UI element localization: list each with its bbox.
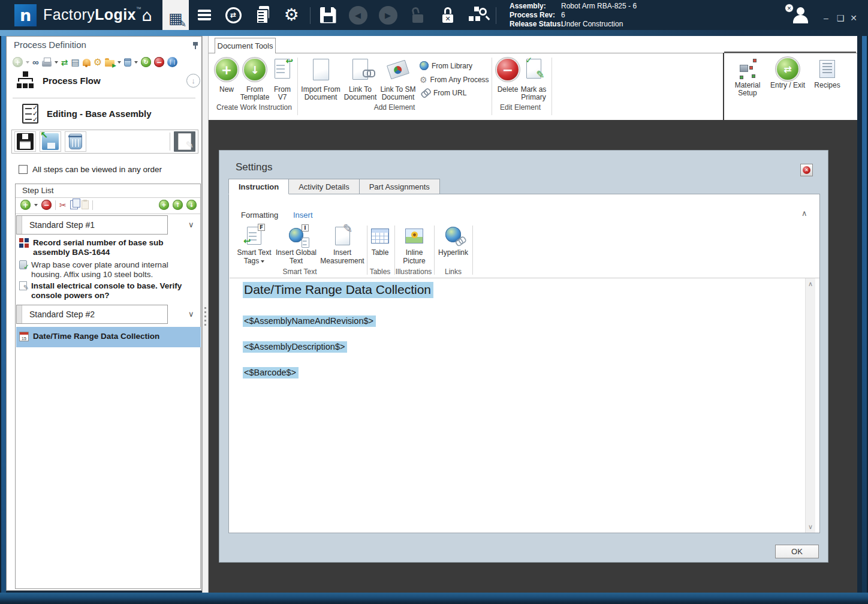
paste-icon[interactable] bbox=[82, 200, 89, 209]
process-rev-row: Process Rev:6 bbox=[510, 11, 565, 19]
import-from-document-button[interactable]: Import From Document bbox=[300, 58, 342, 101]
link-to-sm-document-button[interactable]: Link To SM Document bbox=[379, 58, 417, 101]
copy-icon[interactable] bbox=[70, 200, 78, 209]
step-list-toolbar: + − ✂ + ↑ ↓ bbox=[20, 200, 197, 210]
form-icon bbox=[19, 281, 27, 290]
pause-icon[interactable]: ❘❘ bbox=[167, 57, 177, 67]
maximize-button[interactable]: ❑ bbox=[834, 11, 847, 25]
any-order-checkbox[interactable] bbox=[19, 165, 28, 174]
step-header-grip bbox=[17, 305, 22, 323]
unlock-icon[interactable] bbox=[405, 3, 431, 27]
print-dropdown-icon[interactable] bbox=[55, 61, 58, 64]
tab-instruction[interactable]: Instruction bbox=[228, 179, 289, 194]
edit-toolbar: ↖ bbox=[11, 130, 198, 154]
right-panel-topline bbox=[724, 52, 856, 53]
settings-gear-icon[interactable]: ⚙ bbox=[278, 3, 305, 27]
insert-global-text-label: Insert Global Text bbox=[275, 248, 318, 265]
save-step-button[interactable] bbox=[14, 131, 36, 152]
panel-splitter[interactable] bbox=[202, 36, 209, 593]
mark-as-primary-button[interactable]: ✓✎ Mark as Primary bbox=[517, 58, 550, 101]
presentation-icon[interactable]: ▤ bbox=[71, 57, 79, 68]
print-icon[interactable] bbox=[42, 61, 52, 67]
new-button[interactable]: + New bbox=[213, 58, 240, 94]
activity-row[interactable]: Record serial number of base sub assembl… bbox=[19, 238, 198, 257]
insert-step-icon[interactable]: + bbox=[159, 200, 169, 210]
find-binoculars-icon[interactable]: ∞ bbox=[32, 57, 39, 67]
expand-down-icon[interactable]: ↓ bbox=[186, 74, 200, 88]
from-v7-button[interactable]: ↩ From V7 bbox=[270, 58, 295, 101]
add-icon[interactable]: + bbox=[13, 57, 23, 67]
instruction-editor[interactable]: Date/Time Range Data Collection <$Assemb… bbox=[230, 278, 805, 533]
chevron-down-icon[interactable]: ∨ bbox=[188, 220, 194, 229]
from-any-process-label: From Any Process bbox=[430, 76, 489, 84]
step-header-label: Standard Step #2 bbox=[22, 309, 95, 319]
add-step-icon[interactable]: + bbox=[20, 200, 31, 210]
activity-row-selected[interactable]: Date/Time Range Data Collection bbox=[16, 327, 201, 347]
configure-gear-icon[interactable]: ⚙ bbox=[94, 56, 102, 68]
remove-icon[interactable]: − bbox=[154, 57, 164, 67]
link-to-document-button[interactable]: Link To Document bbox=[342, 58, 379, 101]
run-folder-icon[interactable]: ▶ bbox=[105, 60, 114, 67]
alert-bell-icon[interactable] bbox=[83, 59, 91, 66]
accent-bar bbox=[0, 30, 868, 36]
delete-trash-icon[interactable] bbox=[124, 58, 131, 67]
move-down-icon[interactable]: ↓ bbox=[186, 200, 197, 210]
forward-icon[interactable]: ▶ bbox=[375, 3, 401, 27]
tab-document-tools[interactable]: Document Tools bbox=[215, 38, 276, 53]
ok-button[interactable]: OK bbox=[775, 545, 819, 558]
discard-trash-button[interactable] bbox=[65, 131, 86, 152]
edit-mode-button[interactable] bbox=[174, 131, 195, 152]
lock-cancel-icon[interactable]: ✕ bbox=[435, 3, 461, 27]
recipes-button[interactable]: Recipes bbox=[810, 56, 844, 89]
from-library-button[interactable]: From Library bbox=[420, 61, 472, 70]
step-header-1[interactable]: Standard Step #1 bbox=[16, 215, 168, 235]
back-icon[interactable]: ◀ bbox=[345, 3, 371, 27]
move-up-icon[interactable]: ↑ bbox=[173, 200, 183, 210]
table-button[interactable]: Table bbox=[368, 224, 392, 257]
close-button[interactable]: ✕ bbox=[847, 11, 860, 25]
delete-dropdown-icon[interactable] bbox=[134, 61, 138, 64]
scroll-down-icon[interactable]: ∨ bbox=[806, 523, 815, 531]
production-icon[interactable] bbox=[191, 3, 218, 27]
from-url-button[interactable]: From URL bbox=[420, 89, 466, 97]
distribution-icon[interactable]: ⇄ bbox=[220, 3, 246, 27]
insert-global-text-button[interactable]: I Insert Global Text bbox=[275, 224, 318, 265]
save-icon[interactable] bbox=[315, 3, 341, 27]
editor-scrollbar[interactable]: ∧ ∨ bbox=[805, 278, 815, 533]
ribbon-area: Document Tools + New ↓ From Template ↩ F… bbox=[209, 36, 857, 120]
dialog-close-button[interactable]: ✕ bbox=[800, 164, 813, 176]
add-step-dropdown-icon[interactable] bbox=[34, 204, 38, 206]
tab-part-assignments[interactable]: Part Assignments bbox=[360, 179, 440, 194]
panel-title: Process Definition bbox=[14, 40, 86, 50]
add-dropdown-icon[interactable] bbox=[26, 61, 29, 64]
collapse-ribbon-icon[interactable]: ∧ bbox=[801, 209, 807, 218]
entry-exit-button[interactable]: ⇄ Entry / Exit bbox=[768, 56, 807, 89]
activity-row[interactable]: Install electrical console to base. Veri… bbox=[19, 281, 198, 301]
hyperlink-button[interactable]: Hyperlink bbox=[435, 224, 471, 257]
insert-measurement-button[interactable]: ✎ Insert Measurement bbox=[318, 224, 367, 265]
step-header-2[interactable]: Standard Step #2 bbox=[16, 305, 168, 324]
tab-insert[interactable]: Insert bbox=[293, 211, 313, 220]
inline-picture-button[interactable]: Inline Picture bbox=[397, 224, 432, 265]
scroll-up-icon[interactable]: ∧ bbox=[806, 280, 815, 288]
chevron-down-icon[interactable]: ∨ bbox=[188, 309, 194, 318]
from-any-process-button[interactable]: ⚙ From Any Process bbox=[420, 75, 489, 85]
process-search-icon[interactable] bbox=[465, 3, 491, 27]
cut-icon[interactable]: ✂ bbox=[59, 200, 67, 210]
activity-row[interactable]: Wrap base cover plate around internal ho… bbox=[19, 260, 198, 280]
minimize-button[interactable]: – bbox=[819, 11, 833, 25]
refresh-icon[interactable]: ↻ bbox=[141, 57, 151, 67]
assign-icon[interactable]: ⇄ bbox=[61, 58, 68, 67]
save-import-button[interactable]: ↖ bbox=[40, 131, 61, 152]
material-setup-button[interactable]: Material Setup bbox=[728, 56, 767, 97]
tab-formatting[interactable]: Formatting bbox=[241, 211, 278, 220]
home-icon[interactable]: ⌂ bbox=[134, 3, 160, 27]
from-template-button[interactable]: ↓ From Template bbox=[240, 58, 270, 101]
reports-icon[interactable] bbox=[249, 3, 275, 27]
smart-text-tags-button[interactable]: F↩ Smart Text Tags bbox=[234, 224, 275, 265]
remove-step-icon[interactable]: − bbox=[41, 200, 52, 210]
editing-label: Editing - Base Assembly bbox=[47, 109, 152, 119]
run-dropdown-icon[interactable] bbox=[117, 61, 121, 64]
process-flow-row[interactable]: Process Flow bbox=[16, 71, 101, 89]
tab-activity-details[interactable]: Activity Details bbox=[289, 179, 360, 194]
